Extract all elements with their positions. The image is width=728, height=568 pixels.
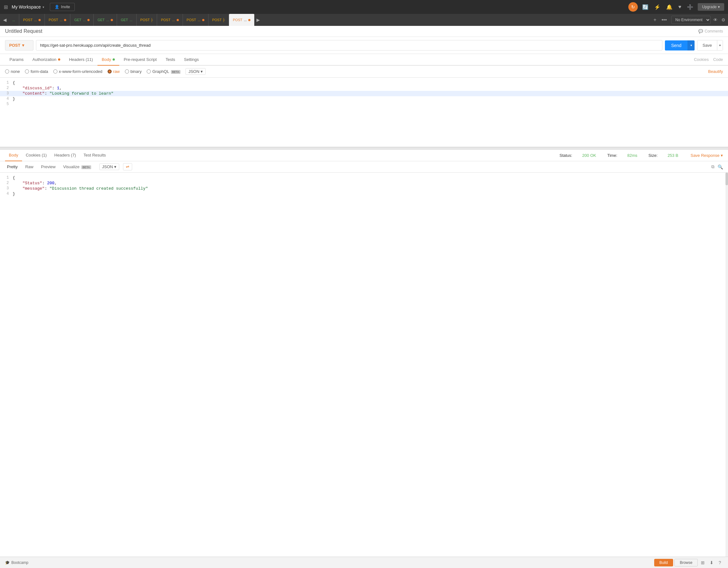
upgrade-button[interactable]: Upgrade ▾ bbox=[698, 3, 724, 11]
code-line-2: 2 "discuss_id": 1, bbox=[0, 85, 728, 91]
status-value: 200 OK bbox=[582, 153, 596, 158]
resp-tab-cookies[interactable]: Cookies (1) bbox=[22, 149, 50, 161]
method-label: POST bbox=[9, 43, 20, 48]
comment-icon: 💬 bbox=[698, 29, 703, 33]
bell-icon[interactable]: 🔔 bbox=[665, 3, 674, 11]
tab-get-1[interactable]: GET ... bbox=[70, 14, 94, 26]
tab-post-1[interactable]: POST ... bbox=[19, 14, 45, 26]
body-type-graphql[interactable]: GraphQL BETA bbox=[147, 69, 180, 74]
resp-tab-body[interactable]: Body bbox=[5, 149, 22, 161]
tab-authorization[interactable]: Authorization bbox=[28, 54, 65, 66]
tab-post-2[interactable]: POST ... bbox=[45, 14, 70, 26]
build-button[interactable]: Build bbox=[654, 559, 673, 566]
authorization-dot bbox=[58, 58, 60, 61]
tab-post-active[interactable]: POST ... bbox=[229, 14, 255, 26]
active-tab-method: POST bbox=[233, 18, 242, 22]
bottom-bar-right: Build Browse ⊞ ⬇ ? bbox=[654, 559, 723, 566]
tab-dots: ... bbox=[198, 18, 201, 22]
body-type-raw[interactable]: raw bbox=[108, 69, 120, 74]
view-visualize[interactable]: Visualize BETA bbox=[61, 163, 93, 170]
resp-tab-test-results[interactable]: Test Results bbox=[80, 149, 110, 161]
view-pretty[interactable]: Pretty bbox=[5, 163, 20, 170]
layout-icon[interactable]: ⊞ bbox=[699, 559, 707, 566]
tab-tests[interactable]: Tests bbox=[161, 54, 179, 66]
bootcamp-link[interactable]: 🎓 Bootcamp bbox=[5, 560, 28, 565]
history-icon[interactable]: 🔄 bbox=[641, 3, 650, 11]
url-input[interactable] bbox=[36, 40, 662, 50]
response-format-label: JSON bbox=[102, 164, 113, 169]
top-bar: ⊞ My Workspace ▾ 👤 Invite ↻ 🔄 ⚡ 🔔 ♥ ➕ Up… bbox=[0, 0, 728, 14]
tab-post-6[interactable]: POST ├ bbox=[208, 14, 229, 26]
environment-eye-icon[interactable]: 👁 bbox=[712, 16, 719, 24]
save-dropdown-button[interactable]: ▾ bbox=[717, 40, 723, 50]
tab-dot bbox=[111, 19, 113, 21]
help-icon[interactable]: ? bbox=[717, 559, 723, 566]
tab-dots: ... bbox=[172, 18, 175, 22]
response-scrollbar[interactable] bbox=[725, 173, 728, 557]
response-format-icon[interactable]: ⇌ bbox=[123, 163, 132, 170]
body-type-none[interactable]: none bbox=[5, 69, 20, 74]
body-type-binary[interactable]: binary bbox=[125, 69, 142, 74]
response-format-dropdown[interactable]: JSON ▾ bbox=[99, 163, 120, 170]
environment-settings-icon[interactable]: ⚙ bbox=[720, 16, 727, 24]
tab-method-label: POST bbox=[187, 18, 196, 22]
view-preview[interactable]: Preview bbox=[39, 163, 57, 170]
format-dropdown[interactable]: JSON ▾ bbox=[185, 68, 206, 75]
environment-selector[interactable]: No Environment bbox=[671, 16, 711, 24]
send-dropdown-button[interactable]: ▾ bbox=[688, 40, 695, 50]
tab-params[interactable]: Params bbox=[5, 54, 28, 66]
tab-method-label: POST ├ bbox=[140, 18, 153, 22]
main-content: Untitled Request 💬 Comments POST ▾ Send … bbox=[0, 26, 728, 557]
tab-dot bbox=[38, 19, 41, 21]
request-code-editor[interactable]: 1 { 2 "discuss_id": 1, 3 "content": "Loo… bbox=[0, 78, 728, 147]
code-line-5: 5 bbox=[0, 102, 728, 107]
response-tabs-bar: Body Cookies (1) Headers (7) Test Result… bbox=[0, 149, 728, 161]
cookies-link[interactable]: Cookies bbox=[694, 57, 709, 62]
workspace-name-label: My Workspace bbox=[12, 4, 41, 9]
view-raw[interactable]: Raw bbox=[23, 163, 35, 170]
plus-icon[interactable]: ➕ bbox=[686, 3, 695, 11]
body-type-urlencoded[interactable]: x-www-form-urlencoded bbox=[53, 69, 103, 74]
tab-method-label: POST bbox=[161, 18, 170, 22]
response-code-editor[interactable]: 1 { 2 "Status": 200, 3 "message": "Discu… bbox=[0, 173, 728, 199]
tab-post-5[interactable]: POST ... bbox=[183, 14, 208, 26]
tab-get-2[interactable]: GET ... bbox=[94, 14, 117, 26]
invite-button[interactable]: 👤 Invite bbox=[50, 3, 75, 11]
tab-pre-request[interactable]: Pre-request Script bbox=[119, 54, 161, 66]
tab-post-4[interactable]: POST ... bbox=[157, 14, 183, 26]
tab-body[interactable]: Body bbox=[97, 54, 120, 66]
body-dot bbox=[113, 58, 115, 61]
tab-headers[interactable]: Headers (11) bbox=[65, 54, 97, 66]
save-button[interactable]: Save bbox=[697, 40, 717, 50]
tab-more-button[interactable]: ••• bbox=[660, 17, 669, 23]
refresh-button[interactable]: ↻ bbox=[628, 2, 638, 12]
tab-nav-right[interactable]: ▶ bbox=[255, 17, 262, 22]
save-response-button[interactable]: Save Response ▾ bbox=[690, 153, 723, 158]
tab-ellipsis[interactable]: ... bbox=[9, 14, 19, 26]
request-header: Untitled Request 💬 Comments bbox=[0, 26, 728, 37]
browse-button[interactable]: Browse bbox=[674, 559, 698, 566]
method-select[interactable]: POST ▾ bbox=[5, 40, 33, 50]
tab-get-3[interactable]: GET ... bbox=[117, 14, 137, 26]
search-icon[interactable]: 🔍 bbox=[718, 164, 723, 169]
tab-add-button[interactable]: + bbox=[652, 17, 658, 23]
workspace-selector[interactable]: My Workspace ▾ bbox=[12, 4, 44, 9]
tab-dot bbox=[177, 19, 179, 21]
send-button[interactable]: Send bbox=[665, 40, 688, 50]
body-type-form-data[interactable]: form-data bbox=[25, 69, 48, 74]
tab-post-3[interactable]: POST ├ bbox=[137, 14, 157, 26]
upgrade-chevron: ▾ bbox=[718, 5, 720, 9]
resp-tab-headers[interactable]: Headers (7) bbox=[50, 149, 80, 161]
tab-nav-left[interactable]: ◀ bbox=[1, 17, 9, 22]
tab-settings[interactable]: Settings bbox=[179, 54, 203, 66]
heart-icon[interactable]: ♥ bbox=[677, 3, 683, 11]
size-label: Size: bbox=[649, 153, 658, 158]
comments-button[interactable]: 💬 Comments bbox=[698, 29, 723, 33]
download-icon[interactable]: ⬇ bbox=[708, 559, 715, 566]
beautify-button[interactable]: Beautify bbox=[708, 69, 723, 74]
lightning-icon[interactable]: ⚡ bbox=[653, 3, 662, 11]
pane-divider[interactable] bbox=[0, 147, 728, 149]
copy-icon[interactable]: ⧉ bbox=[711, 164, 714, 169]
req-tabs-right: Cookies Code bbox=[694, 57, 723, 62]
code-link[interactable]: Code bbox=[713, 57, 723, 62]
